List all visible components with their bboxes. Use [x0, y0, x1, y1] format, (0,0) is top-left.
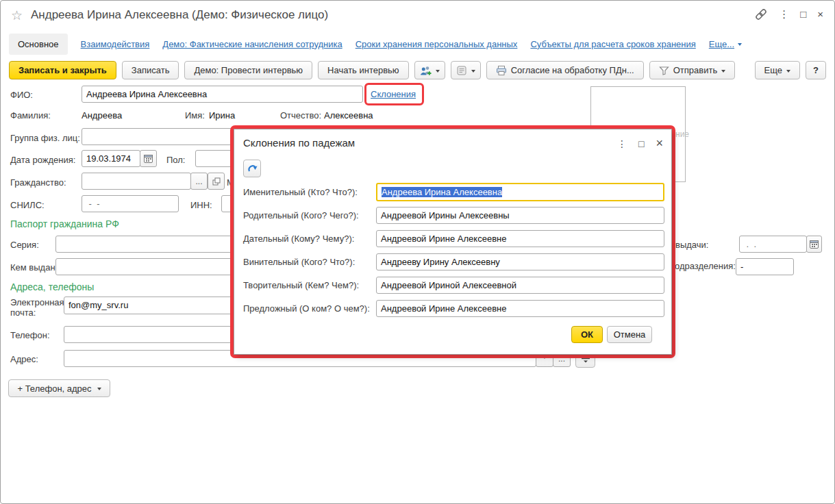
favorite-star-icon[interactable]: ☆ [11, 8, 23, 23]
issued-by-label: Кем выдан: [10, 262, 58, 273]
open-in-window-icon[interactable] [208, 173, 225, 190]
gender-label: Пол: [166, 155, 186, 165]
printer-icon [496, 65, 507, 76]
snils-input[interactable]: - - [82, 195, 179, 212]
add-contact-label: + Телефон, адрес [17, 383, 91, 394]
citizenship-input[interactable] [82, 173, 191, 190]
page-title: Андреева Ирина Алексеевна (Демо: Физичес… [31, 8, 328, 22]
photo-placeholder-text-fragment: ние [675, 129, 689, 139]
case-label-accusative: Винительный (Кого? Что?): [243, 257, 355, 267]
add-person-menu-button[interactable] [414, 61, 445, 79]
ok-button[interactable]: ОК [571, 326, 603, 343]
consent-print-button[interactable]: Согласие на обработку ПДн... [486, 61, 644, 79]
templates-menu-button[interactable] [451, 61, 481, 79]
case-label-nominative: Именительный (Кто? Что?): [243, 187, 358, 197]
add-person-icon [420, 65, 432, 76]
copy-link-icon[interactable] [754, 8, 768, 21]
window-menu-kebab-icon[interactable]: ⋮ [779, 7, 789, 22]
case-label-dative: Дательный (Кому? Чему?): [243, 234, 354, 244]
issue-date-label-fragment: выдачи: [675, 240, 708, 250]
close-icon[interactable]: × [817, 7, 823, 22]
selected-text: Андреева Ирина Алексеевна [382, 187, 502, 197]
refill-declensions-button[interactable] [243, 160, 261, 177]
tab-demo-accruals[interactable]: Демо: Фактические начисления сотрудника [162, 39, 342, 49]
fio-label: ФИО: [10, 90, 33, 100]
tab-more-label: Еще... [709, 39, 734, 49]
dialog-menu-kebab-icon[interactable]: ⋮ [617, 138, 627, 149]
chevron-down-icon [436, 70, 440, 75]
declension-dialog-highlight: Склонения по падежам ⋮ □ × Именительный … [230, 125, 675, 358]
case-input-accusative[interactable]: Андрееву Ирину Алексеевну [376, 253, 664, 270]
fio-input[interactable]: Андреева Ирина Алексеевна [82, 86, 363, 103]
more-button[interactable]: Еще [755, 61, 800, 79]
more-button-label: Еще [764, 65, 782, 75]
tab-interactions[interactable]: Взаимодействия [81, 39, 150, 49]
surname-value: Андреева [82, 110, 122, 121]
case-input-dative[interactable]: Андреевой Ирине Алексеевне [376, 230, 664, 247]
address-section-header: Адреса, телефоны [10, 281, 94, 292]
calendar-icon[interactable] [140, 150, 157, 167]
chevron-down-icon [97, 388, 101, 392]
toolbar: Записать и закрыть Записать Демо: Провес… [9, 61, 826, 79]
maximize-icon[interactable]: □ [800, 7, 806, 22]
dialog-maximize-icon[interactable]: □ [638, 138, 644, 149]
consent-button-label: Согласие на обработку ПДн... [511, 65, 634, 75]
tab-retention-subjects[interactable]: Субъекты для расчета сроков хранения [530, 39, 695, 49]
send-button[interactable]: Отправить [649, 61, 735, 79]
citizenship-ellipsis-button[interactable]: ... [190, 173, 208, 190]
stamp-icon [456, 65, 467, 76]
dialog-title: Склонения по падежам [243, 137, 355, 149]
firstname-label: Имя: [185, 110, 205, 121]
birthdate-label: Дата рождения: [10, 155, 75, 165]
email-label-line1: Электронная [10, 297, 64, 307]
app-window: ☆ Андреева Ирина Алексеевна (Демо: Физич… [0, 0, 835, 504]
tab-more[interactable]: Еще... [709, 39, 742, 49]
birthdate-input[interactable]: 19.03.1974 [82, 150, 140, 167]
refresh-arrow-icon [247, 163, 258, 174]
save-and-close-button[interactable]: Записать и закрыть [9, 61, 116, 79]
cancel-button[interactable]: Отмена [607, 326, 652, 343]
case-input-genitive[interactable]: Андреевой Ирины Алексеевны [376, 207, 664, 224]
snils-label: СНИЛС: [10, 200, 45, 210]
chevron-down-icon [471, 70, 475, 75]
send-button-label: Отправить [673, 65, 717, 75]
declension-link[interactable]: Склонения [371, 89, 416, 99]
save-button[interactable]: Записать [122, 61, 179, 79]
department-code-label-fragment: одразделения: [675, 261, 736, 271]
dialog-close-icon[interactable]: × [656, 136, 663, 151]
add-contact-button[interactable]: + Телефон, адрес [8, 379, 110, 397]
chevron-down-icon [738, 43, 742, 48]
middlename-value: Алексеевна [324, 110, 373, 121]
address-label: Адрес: [10, 354, 38, 364]
case-label-instrumental: Творительный (Кем? Чем?): [243, 280, 359, 290]
chevron-down-icon [786, 70, 790, 75]
tab-retention-periods[interactable]: Сроки хранения персональных данных [356, 39, 518, 49]
tab-bar: Основное Взаимодействия Демо: Фактически… [9, 32, 827, 55]
case-input-instrumental[interactable]: Андреевой Ириной Алексеевной [376, 277, 664, 294]
demo-interview-button[interactable]: Демо: Провести интервью [184, 61, 312, 79]
firstname-value: Ирина [209, 110, 235, 121]
department-code-input[interactable]: - [736, 258, 794, 275]
case-label-genitive: Родительный (Кого? Чего?): [243, 210, 359, 220]
email-label-line2: почта: [10, 307, 36, 318]
passport-section-header: Паспорт гражданина РФ [10, 218, 119, 229]
group-label: Группа физ. лиц: [10, 133, 80, 143]
inn-label: ИНН: [190, 200, 212, 210]
surname-label: Фамилия: [10, 110, 51, 121]
help-button[interactable]: ? [806, 61, 826, 79]
declension-dialog: Склонения по падежам ⋮ □ × Именительный … [234, 129, 672, 355]
issue-date-input[interactable]: . . [739, 236, 807, 253]
series-label: Серия: [10, 240, 39, 250]
phone-label: Телефон: [10, 330, 50, 340]
case-input-nominative[interactable]: Андреева Ирина Алексеевна [376, 183, 664, 201]
chevron-down-icon [721, 70, 725, 75]
calendar-icon[interactable] [806, 236, 822, 253]
funnel-icon [659, 66, 669, 75]
tab-main[interactable]: Основное [9, 34, 68, 55]
case-label-prepositional: Предложный (О ком? О чем?): [243, 303, 370, 314]
middlename-label: Отчество: [280, 110, 321, 121]
case-input-prepositional[interactable]: Андреевой Ирине Алексеевне [376, 300, 664, 317]
start-interview-button[interactable]: Начать интервью [318, 61, 409, 79]
citizenship-label: Гражданство: [10, 177, 66, 188]
